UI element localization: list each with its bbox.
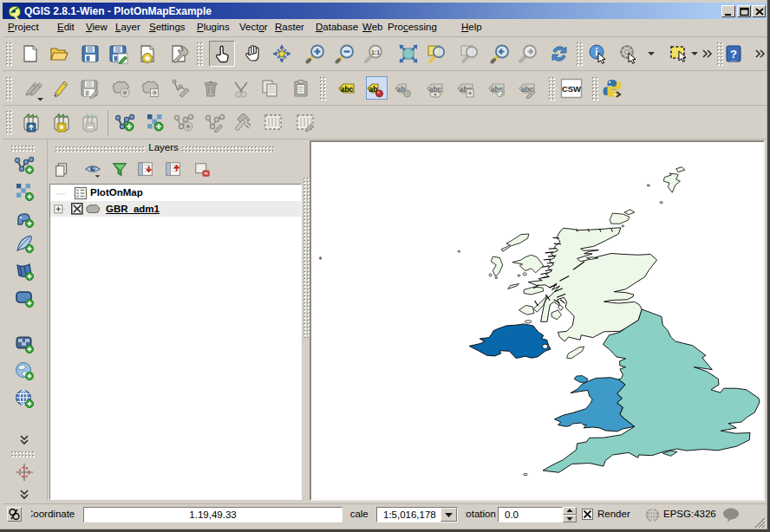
svg-text:?: ? — [730, 48, 737, 61]
svg-text:1:1: 1:1 — [371, 49, 380, 55]
svg-text:abc: abc — [341, 85, 354, 94]
svg-text:CSW: CSW — [562, 84, 581, 94]
